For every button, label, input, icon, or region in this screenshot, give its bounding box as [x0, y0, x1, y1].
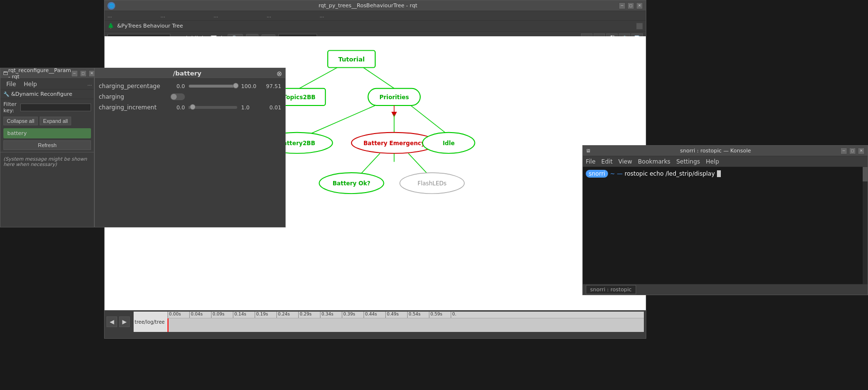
tick-3: 0.14s	[233, 312, 255, 318]
konsole-minimize-btn[interactable]: ─	[840, 148, 847, 154]
konsole-file-menu[interactable]: File	[586, 158, 595, 165]
reconfigure-menubar: File Help ...	[0, 79, 94, 90]
timeline-ruler: 0.00s 0.04s 0.09s 0.14s 0.19s 0.24s 0.29…	[168, 312, 644, 318]
konsole-settings-menu[interactable]: Settings	[676, 158, 700, 165]
timeline-track[interactable]: 0.00s 0.04s 0.09s 0.14s 0.19s 0.24s 0.29…	[134, 312, 644, 332]
tick-11: 0.54s	[407, 312, 429, 318]
konsole-bookmarks-menu[interactable]: Bookmarks	[638, 158, 670, 165]
tick-6: 0.29s	[298, 312, 320, 318]
tab-dots-center: ...	[161, 13, 166, 18]
filter-row: Filter key:	[0, 99, 94, 116]
konsole-prompt-arrow: —	[617, 170, 623, 177]
konsole-content[interactable]: snorri ~ — rostopic echo /led_strip/disp…	[583, 167, 868, 284]
param-name-charging-increment: charging_increment	[99, 104, 167, 111]
reconfigure-file-menu[interactable]: File	[2, 80, 20, 89]
expand-all-button[interactable]: Expand all	[40, 117, 71, 125]
close-button[interactable]: ✕	[636, 2, 643, 9]
konsole-arrow: ~	[610, 170, 615, 177]
svg-line-2	[299, 68, 337, 89]
svg-text:Priorities: Priorities	[380, 94, 409, 101]
konsole-username: snorri	[586, 170, 608, 178]
reconfigure-help-menu[interactable]: Help	[20, 80, 41, 89]
svg-text:Battery Emergency: Battery Emergency	[364, 140, 425, 147]
param-charging-percentage: charging_percentage 0.0 100.0 97.51	[99, 83, 281, 90]
timeline-bar[interactable]	[168, 318, 644, 332]
param-value-ci: 0.01	[264, 105, 281, 111]
svg-text:Idle: Idle	[442, 140, 455, 147]
konsole-menubar: File Edit View Bookmarks Settings Help	[583, 156, 868, 167]
konsole-window-controls: ─ ◻ ✕	[840, 148, 865, 154]
konsole-view-menu[interactable]: View	[618, 158, 632, 165]
reconfigure-minimize-btn[interactable]: ─	[71, 70, 78, 77]
panel-toggle-btn[interactable]	[636, 23, 643, 30]
tick-10: 0.49s	[385, 312, 407, 318]
konsole-edit-menu[interactable]: Edit	[601, 158, 612, 165]
konsole-titlebar: 🖥 snorri : rostopic — Konsole ─ ◻ ✕	[583, 146, 868, 156]
svg-line-3	[364, 68, 395, 89]
reconfigure-plugin-icon: 🔧	[3, 91, 9, 97]
konsole-help-menu[interactable]: Help	[706, 158, 719, 165]
pytrees-label: &PyTrees Behaviour Tree	[117, 23, 183, 29]
svg-line-19	[361, 153, 380, 174]
minimize-button[interactable]: ─	[619, 2, 625, 9]
param-max-cp: 100.0	[241, 83, 260, 90]
konsole-maximize-btn[interactable]: ◻	[849, 148, 856, 154]
konsole-cursor	[717, 170, 721, 177]
maximize-button[interactable]: ◻	[627, 2, 634, 9]
battery-tree-item[interactable]: battery	[3, 128, 91, 138]
svg-text:FlashLEDs: FlashLEDs	[418, 180, 447, 187]
refresh-button[interactable]: Refresh	[3, 140, 91, 150]
timeline-forward-button[interactable]: ▶	[119, 316, 130, 327]
konsole-title: snorri : rostopic — Konsole	[591, 148, 840, 154]
battery-close-button[interactable]: ⊗	[276, 70, 282, 77]
collapse-all-button[interactable]: Collapse all	[3, 117, 38, 125]
param-value-cp: 97.51	[264, 83, 281, 90]
param-slider-cp[interactable]	[189, 85, 237, 88]
konsole-close-btn[interactable]: ✕	[858, 148, 865, 154]
battery-params: charging_percentage 0.0 100.0 97.51 char…	[95, 79, 285, 119]
konsole-tab[interactable]: snorri : rostopic	[586, 285, 636, 294]
reconfigure-title: rqt_reconfigure__Param - rqt	[8, 67, 71, 80]
collapse-buttons: Collapse all Expand all	[0, 116, 94, 126]
param-min-ci: 0.0	[170, 105, 185, 111]
plugin-bar: 🌲 &PyTrees Behaviour Tree	[105, 21, 646, 31]
param-slider-ci[interactable]	[189, 106, 237, 109]
battery-titlebar: /battery ⊗	[95, 68, 285, 79]
konsole-icon: 🖥	[586, 148, 591, 153]
tick-0: 0.00s	[168, 312, 189, 318]
tab-row: ... ... ... ... ...	[105, 11, 646, 21]
tab-dots-extra: ...	[320, 13, 324, 18]
param-name-charging-percentage: charging_percentage	[99, 83, 167, 90]
konsole-bottom-bar: snorri : rostopic	[583, 284, 868, 295]
param-toggle-charging[interactable]	[170, 93, 185, 100]
tick-12: 0.59s	[429, 312, 451, 318]
tick-9: 0.44s	[364, 312, 385, 318]
konsole-scrollbar[interactable]	[863, 167, 868, 284]
param-charging: charging	[99, 93, 281, 100]
reconfigure-plugin-bar: 🔧 &Dynamic Reconfigure	[0, 90, 94, 99]
tick-13: 0.	[451, 312, 460, 318]
filter-key-input[interactable]	[20, 104, 91, 111]
svg-text:Battery Ok?: Battery Ok?	[333, 180, 370, 187]
main-titlebar: 🌐 rqt_py_trees__RosBehaviourTree - rqt ─…	[105, 0, 646, 11]
timeline-back-button[interactable]: ◀	[107, 316, 117, 327]
reconfigure-window-icon: 🗔	[3, 71, 8, 76]
param-charging-increment: charging_increment 0.0 1.0 0.01	[99, 104, 281, 111]
svg-line-20	[409, 153, 427, 174]
svg-line-9	[311, 105, 375, 134]
reconfigure-dots: ...	[87, 81, 92, 87]
tick-1: 0.04s	[189, 312, 211, 318]
filter-key-label: Filter key:	[3, 101, 18, 114]
reconfigure-titlebar: 🗔 rqt_reconfigure__Param - rqt ─ ◻ ✕	[0, 68, 94, 79]
timeline-playhead	[168, 318, 168, 332]
tab-dots-right: ...	[213, 13, 218, 18]
tick-7: 0.34s	[320, 312, 342, 318]
reconfigure-maximize-btn[interactable]: ◻	[80, 70, 87, 77]
globe-icon: 🌐	[107, 2, 117, 10]
reconfigure-window-controls: ─ ◻ ✕	[71, 70, 95, 77]
timeline-area: ◀ ▶ 0.00s 0.04s 0.09s 0.14s 0.19s 0.24s …	[105, 310, 646, 338]
konsole-command: rostopic echo /led_strip/display	[624, 170, 715, 177]
param-name-charging: charging	[99, 93, 167, 100]
konsole-scrollbar-thumb[interactable]	[863, 167, 868, 181]
reconfigure-panel: 🗔 rqt_reconfigure__Param - rqt ─ ◻ ✕ Fil…	[0, 68, 94, 227]
